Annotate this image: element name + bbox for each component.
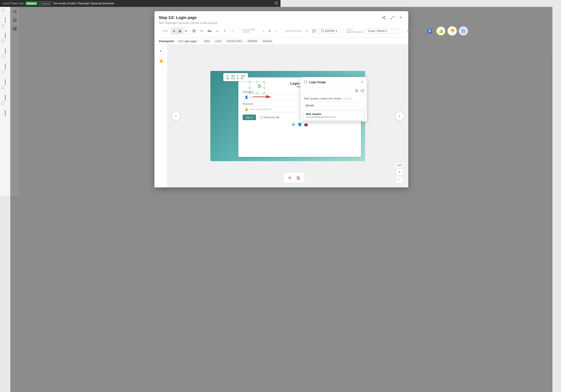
view-rect-btn[interactable]: ▭ — [214, 28, 220, 34]
status-unsaved: Unsaved — [39, 1, 51, 5]
top-bar-right — [274, 1, 278, 6]
thumb-bar-green-3 — [5, 64, 6, 70]
next-diff-btn[interactable]: › — [273, 28, 278, 34]
view-more-btn[interactable]: ⋮ — [230, 28, 236, 34]
thumb-bar-green-6 — [5, 110, 6, 116]
view-dropdown-btn[interactable]: ▾ — [183, 28, 189, 34]
meta-resolution: 800x600 — [247, 39, 258, 43]
svg-point-2 — [276, 4, 278, 5]
thumb-checkbox-3[interactable] — [2, 40, 4, 42]
highlight-diffs-label: HIGHLIGHT DIFFS — [243, 29, 259, 33]
handle-bm[interactable] — [256, 93, 258, 94]
handle-tl[interactable] — [249, 81, 251, 83]
batch-count: Last 27 batch runs — [3, 2, 24, 5]
meta-strict: Strict — [203, 39, 211, 43]
checkpoint-name: 1/2 Login page — [178, 40, 197, 43]
view-label: VIEW — [162, 30, 168, 32]
thumb-bar-green-1 — [5, 33, 6, 39]
thumb-bar-green-5 — [5, 94, 6, 101]
view-code-btn[interactable]: </> — [199, 28, 205, 34]
thumb-checkbox-5[interactable] — [2, 71, 4, 73]
remember-row: Sign in Remember Me — [243, 114, 280, 120]
h-label: H: — [236, 77, 240, 80]
thumb-row-2 — [4, 33, 6, 39]
prev-diff-btn[interactable]: ‹ — [261, 28, 266, 34]
view-btn-group: ⊞ ▦ ▾ — [171, 28, 189, 34]
share-icon-top[interactable] — [274, 1, 278, 6]
view-grid-btn[interactable]: ⊞ — [171, 28, 177, 34]
y-val: 142 — [240, 75, 246, 77]
meta-linux: Linux — [214, 39, 222, 43]
checkpoint-modified: * — [198, 40, 199, 43]
left-panel: + 👍 — [154, 45, 167, 187]
user-icon: 👤 — [245, 95, 248, 99]
selection-cursor — [257, 84, 262, 90]
nav-prev-btn[interactable]: ‹ — [172, 112, 180, 120]
highlight-diffs-section: HIGHLIGHT DIFFS ‹ ↻ › — [239, 28, 280, 34]
screenshot-area: Login Form Username 👤 Enter your usernam… — [167, 45, 280, 187]
handle-tm[interactable] — [256, 81, 258, 83]
lock-icon: 🔒 — [245, 107, 248, 111]
left-sidebar — [0, 7, 10, 196]
thumb-checkbox-7[interactable] — [2, 102, 4, 104]
thumb-item-2[interactable] — [1, 24, 9, 32]
top-bar: Last 27 batch runs Passed Unsaved Test r… — [0, 0, 280, 7]
annotation-tooltip: X: 351 Y: 142 W: 111 H: — [223, 73, 248, 81]
thumb-checkbox-6[interactable] — [2, 86, 4, 89]
modal-title-row: Step 1/2: Login page — [159, 15, 280, 21]
modal-overlay: Step 1/2: Login page — [10, 7, 280, 196]
x-val: 351 — [230, 75, 236, 77]
view-layers-btn[interactable] — [191, 28, 197, 34]
password-label: Password — [243, 103, 280, 105]
handle-rm[interactable] — [263, 87, 265, 89]
thumb-item-7[interactable] — [1, 102, 9, 109]
password-field: 🔒 Enter your password — [243, 106, 280, 112]
handle-bl[interactable] — [249, 93, 251, 94]
handle-tr[interactable] — [263, 81, 265, 83]
checkpoint-label: Checkpoint — [159, 40, 174, 43]
handle-br[interactable] — [263, 93, 265, 94]
toolbar: VIEW ⊞ ▦ ▾ </> Aa ▭ ↖ ⋮ — [154, 24, 280, 38]
refresh-btn[interactable]: ↻ — [267, 28, 272, 34]
w-label: W: — [226, 77, 230, 80]
thumb-item-3[interactable] — [1, 40, 9, 47]
thumbs-panel-btn[interactable]: 👍 — [157, 57, 165, 64]
thumb-item-6[interactable] — [1, 86, 9, 94]
view-cursor-btn[interactable]: ↖ — [222, 28, 228, 34]
meta-chrome: Chrome 119.0 — [226, 39, 243, 43]
remember-label: Remember Me — [260, 116, 280, 119]
status-passed: Passed — [26, 2, 37, 5]
modal: Step 1/2: Login page — [154, 11, 280, 187]
svg-marker-12 — [193, 30, 195, 31]
thumb-item-5[interactable] — [1, 71, 9, 78]
signin-btn[interactable]: Sign in — [243, 114, 256, 120]
test-title: Test results of batch: Playwright Typesc… — [53, 2, 114, 5]
thumb-bar-orange-1 — [5, 17, 6, 23]
view-text-btn[interactable]: Aa — [206, 28, 213, 34]
username-placeholder: Enter your username — [249, 96, 272, 98]
thumb-checkbox-2[interactable] — [2, 24, 4, 27]
modal-header: Step 1/2: Login page — [154, 11, 280, 24]
password-placeholder: Enter your password — [249, 108, 271, 111]
main-layout: Step 1/2: Login page — [0, 7, 280, 196]
checkpoint-meta: Strict | Linux | Chrome 119.0 | 800x600 … — [203, 39, 273, 43]
x-label: X: — [226, 75, 230, 77]
username-field: 👤 Enter your username — [243, 94, 280, 100]
handle-lm[interactable] — [249, 87, 251, 89]
view-section: VIEW ⊞ ▦ ▾ </> Aa ▭ ↖ ⋮ — [159, 28, 239, 34]
add-btn[interactable]: + — [157, 47, 165, 55]
view-split-btn[interactable]: ▦ — [177, 28, 183, 34]
thumb-checkbox-4[interactable] — [2, 55, 4, 58]
thumb-checkbox-1[interactable] — [2, 9, 4, 12]
modal-title: Step 1/2: Login page — [159, 15, 197, 20]
thumb-bar-green-4 — [5, 79, 6, 85]
remember-checkbox[interactable] — [260, 116, 263, 119]
thumb-item-1[interactable] — [1, 9, 9, 16]
prev-arrow: ‹ — [175, 114, 177, 119]
login-screenshot: Login Form Username 👤 Enter your usernam… — [210, 71, 280, 161]
h-val: 67 — [240, 77, 246, 80]
svg-line-3 — [275, 3, 276, 4]
y-label: Y: — [236, 75, 240, 77]
thumb-item-4[interactable] — [1, 55, 9, 63]
social-icons: 🐦 📘 💼 — [243, 123, 280, 126]
